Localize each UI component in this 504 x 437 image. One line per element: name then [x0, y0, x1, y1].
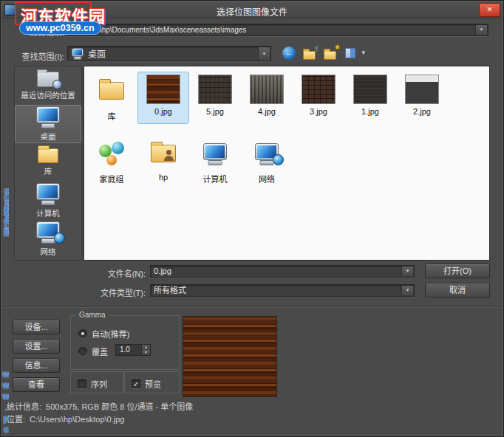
desktop-icon: [72, 48, 84, 57]
gamma-title: Gamma: [76, 311, 109, 319]
file-item-user[interactable]: hp: [137, 134, 189, 187]
open-button[interactable]: 打开(O): [425, 264, 490, 278]
lookin-label: 查找范围(I):: [4, 50, 64, 62]
view-menu-icon: [345, 48, 355, 58]
place-libraries[interactable]: 库: [15, 143, 81, 182]
place-computer[interactable]: 计算机: [15, 182, 81, 220]
place-network[interactable]: 网络: [15, 220, 81, 258]
view-menu-button[interactable]: ▾: [344, 47, 367, 61]
file-item[interactable]: 1.jpg: [344, 72, 396, 124]
file-item[interactable]: 3.jpg: [293, 72, 344, 124]
star-icon: ★: [334, 43, 341, 51]
chevron-down-icon[interactable]: ▼: [258, 47, 270, 60]
network-icon: [36, 221, 60, 238]
chevron-down-icon: ▾: [361, 49, 365, 56]
file-row: 家庭组 hp 计算机 网络: [84, 134, 489, 187]
file-list[interactable]: 库 0.jpg 5.jpg 4.jpg 3.jpg 1.jpg: [84, 66, 490, 261]
gamma-auto-radio[interactable]: [78, 329, 87, 338]
devices-button[interactable]: 设备...: [13, 320, 60, 334]
place-recent[interactable]: 最近访问的位置: [15, 66, 81, 105]
file-item-libraries[interactable]: 库: [86, 72, 137, 124]
file-item-homegroup[interactable]: 家庭组: [86, 134, 137, 187]
spin-up-icon[interactable]: ▲: [141, 345, 150, 350]
close-button[interactable]: ×: [479, 3, 500, 17]
bitmap-file-dialog: 选择位图图像文件 × 历史记录: C:\Users\hp\Documents\3…: [0, 0, 504, 437]
preview-group: ✓ 预览: [124, 371, 180, 393]
dialog-title: 选择位图图像文件: [1, 5, 503, 18]
lookin-value: 桌面: [88, 47, 106, 60]
chevron-down-icon[interactable]: ▼: [401, 286, 413, 295]
file-row: 库 0.jpg 5.jpg 4.jpg 3.jpg 1.jpg: [84, 66, 489, 124]
file-item-computer[interactable]: 计算机: [189, 134, 241, 187]
lookin-combobox[interactable]: 桌面 ▼: [67, 46, 271, 61]
folder-icon: [324, 51, 336, 60]
view-button[interactable]: 查看: [13, 377, 60, 392]
sequence-checkbox[interactable]: [78, 379, 86, 388]
up-one-level-button[interactable]: ↑: [303, 47, 317, 61]
filename-label: 文件名(N):: [81, 267, 146, 279]
image-thumbnail: [146, 75, 180, 104]
back-button[interactable]: ←: [282, 47, 296, 61]
user-folder-icon: [151, 145, 176, 162]
title-bar[interactable]: 选择位图图像文件 ×: [1, 1, 503, 18]
folder-icon: [99, 82, 124, 100]
gamma-value-spinner[interactable]: 1.0 ▲ ▼: [115, 344, 151, 356]
recent-places-icon: [37, 72, 59, 87]
gamma-group: Gamma 自动(推荐) 覆盖 1.0 ▲ ▼: [70, 315, 180, 370]
image-thumbnail: [198, 75, 232, 104]
location-line: 位置:C:\Users\hp\Desktop\0.jpg: [7, 413, 124, 424]
history-label: 历史记录:: [4, 26, 64, 38]
preview-checkbox[interactable]: ✓: [132, 379, 140, 388]
cancel-button[interactable]: 取消: [425, 283, 490, 297]
filename-input[interactable]: 0.jpg ▼: [150, 265, 415, 278]
history-combobox[interactable]: C:\Users\hp\Documents\3dsMax\sceneassets…: [67, 24, 488, 36]
info-button[interactable]: 信息...: [13, 358, 60, 373]
back-icon: ←: [282, 47, 296, 60]
chevron-down-icon[interactable]: ▼: [475, 25, 487, 35]
filetype-label: 文件类型(T):: [81, 286, 146, 298]
dialog-toolbar: ← ↑ ★ ▾: [282, 47, 367, 61]
setup-button[interactable]: 设置...: [13, 339, 60, 354]
image-thumbnail: [302, 75, 336, 104]
image-thumbnail: [353, 75, 387, 104]
file-item[interactable]: 4.jpg: [241, 72, 293, 124]
place-desktop[interactable]: 桌面: [15, 105, 81, 143]
chevron-down-icon[interactable]: ▼: [401, 266, 413, 276]
up-arrow-icon: ↑: [314, 44, 319, 54]
desktop-icon: [36, 106, 60, 123]
image-thumbnail: [405, 75, 439, 104]
file-item[interactable]: 5.jpg: [189, 72, 241, 124]
sequence-group: 序列: [70, 371, 124, 393]
preview-image: [183, 316, 277, 397]
file-item-selected[interactable]: 0.jpg: [137, 72, 189, 124]
homegroup-icon: [98, 142, 125, 165]
spin-down-icon[interactable]: ▼: [141, 350, 150, 355]
gamma-override-radio[interactable]: [78, 347, 87, 356]
history-path: C:\Users\hp\Documents\3dsMax\sceneassets…: [71, 26, 246, 34]
network-icon: [255, 143, 279, 160]
places-sidebar: 最近访问的位置 桌面 库 计算机 网络: [14, 66, 82, 261]
computer-icon: [203, 143, 227, 160]
image-thumbnail: [250, 75, 284, 104]
computer-icon: [36, 183, 60, 200]
filetype-combobox[interactable]: 所有格式 ▼: [150, 284, 415, 297]
divider: [5, 306, 499, 308]
new-folder-button[interactable]: ★: [324, 47, 338, 61]
file-item[interactable]: 2.jpg: [396, 72, 448, 124]
libraries-icon: [38, 148, 58, 163]
watermark-side-text: 河东软件园: [1, 188, 9, 271]
statistics-line: 统计信息:500x375, RGB 颜色 8 位/通道 - 单个图像: [7, 400, 193, 412]
file-item-network[interactable]: 网络: [241, 134, 293, 187]
